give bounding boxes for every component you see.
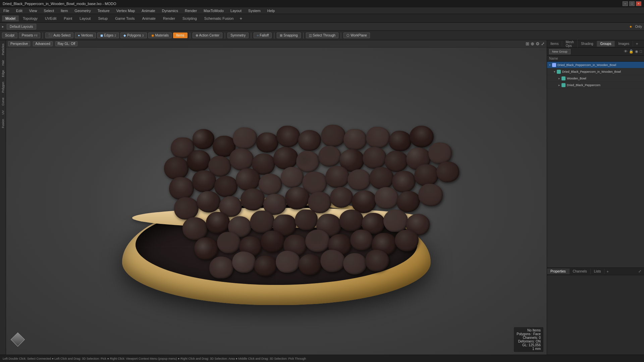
tree-lock-icon[interactable]: 🔒 [629, 49, 634, 54]
tree-render-icon[interactable]: ◉ [635, 49, 638, 54]
viewport-wrapper: Perspective Advanced Ray GL: Off ⊞ ⊕ ⚙ ⤢ [6, 40, 547, 355]
viewport-status: No Items Polygons : Face Channels: 0 Def… [514, 327, 543, 352]
tree-eye-icon[interactable]: 👁 [624, 49, 628, 54]
items-button[interactable]: Items [173, 33, 187, 38]
tab-topology[interactable]: Topology [19, 15, 41, 21]
menu-texture[interactable]: Texture [96, 8, 111, 13]
ray-gl-button[interactable]: Ray GL: Off [55, 41, 78, 46]
tab-paint[interactable]: Paint [60, 15, 75, 21]
tab-scripting[interactable]: Scripting [179, 15, 200, 21]
symmetry-button[interactable]: Symmetry [227, 33, 249, 38]
menu-view[interactable]: View [28, 8, 39, 13]
menu-maxtomodo[interactable]: MaxToModo [202, 8, 225, 13]
right-tab-images[interactable]: Images [615, 41, 633, 47]
viewport-topbar: Perspective Advanced Ray GL: Off ⊞ ⊕ ⚙ ⤢ [6, 40, 547, 48]
perspective-button[interactable]: Perspective [8, 41, 30, 46]
menu-layout[interactable]: Layout [229, 8, 243, 13]
tree-item-root[interactable]: ▾ Dried_Black_Peppercorn_in_Wooden_Bowl [547, 62, 644, 68]
edges-button[interactable]: ◼ Edges 2 [97, 33, 119, 38]
menu-help[interactable]: Help [266, 8, 276, 13]
tree-item-child3[interactable]: ▸ Dried_Black_Peppercorn [547, 82, 644, 88]
tab-game-tools[interactable]: Game Tools [112, 15, 138, 21]
menu-vertex-map[interactable]: Vertex Map [115, 8, 137, 13]
add-tab-button[interactable]: + [237, 15, 244, 22]
tree-display-icon[interactable]: □ [640, 49, 642, 54]
add-bottom-tab-button[interactable]: + [604, 268, 610, 275]
sidebar-tab-fusion[interactable]: Fusion [1, 117, 5, 130]
right-tab-mesh-ops[interactable]: Mesh Ops [562, 39, 577, 49]
status-gl: GL: 125,056 [517, 343, 541, 347]
action-center-icon: ⊕ [196, 34, 198, 37]
bottom-tab-channels[interactable]: Channels [570, 268, 591, 274]
main-area: Particles Hair Edge Polygon Curve UV Fus… [0, 40, 644, 355]
sidebar-tab-uv[interactable]: UV [1, 108, 5, 117]
menu-file[interactable]: File [2, 8, 11, 13]
menu-render[interactable]: Render [183, 8, 198, 13]
right-tab-shading[interactable]: Shading [578, 41, 597, 47]
sidebar-tab-curve[interactable]: Curve [1, 96, 5, 108]
expand-bottom-panel-button[interactable]: ⤢ [636, 268, 644, 275]
peppercorn-48 [397, 191, 420, 212]
tree-item-child1[interactable]: ▾ Dried_Black_Peppercorn_in_Wooden_Bowl [547, 68, 644, 75]
falloff-button[interactable]: ○ Falloff [254, 33, 272, 38]
peppercorn-71 [209, 256, 233, 279]
peppercorn-44 [308, 192, 331, 213]
tab-layout[interactable]: Layout [76, 15, 94, 21]
peppercorn-1 [193, 129, 214, 149]
right-tab-items[interactable]: Items [547, 41, 562, 47]
menu-edit[interactable]: Edit [15, 8, 24, 13]
sidebar-tab-hair[interactable]: Hair [1, 58, 5, 68]
menubar: File Edit View Select Item Geometry Text… [0, 7, 644, 14]
minimize-button[interactable]: – [623, 1, 628, 6]
vertices-icon: ● [78, 34, 80, 37]
tree-item-child1-label: Dried_Black_Peppercorn_in_Wooden_Bowl [562, 70, 621, 73]
add-right-tab-button[interactable]: + [633, 40, 641, 47]
tab-uvedit[interactable]: UVEdit [42, 15, 60, 21]
peppercorn-62 [217, 232, 240, 253]
tree-item-child2[interactable]: ▸ Wooden_Bowl [547, 75, 644, 82]
right-tab-groups[interactable]: Groups [597, 41, 615, 47]
close-right-panel-button[interactable]: ✕ [641, 41, 644, 47]
tab-animate[interactable]: Animate [139, 15, 159, 21]
maximize-viewport-icon[interactable]: ⤢ [541, 41, 545, 46]
peppercorn-13 [187, 150, 210, 172]
tab-model[interactable]: Model [2, 15, 19, 21]
menu-select[interactable]: Select [42, 8, 55, 13]
vertices-button[interactable]: ● Vertices [75, 33, 96, 38]
sidebar-tab-edge[interactable]: Edge [1, 68, 5, 79]
presetbar: ▸ Default Layouts ★ Only [0, 23, 644, 31]
peppercorn-12 [164, 157, 189, 179]
workplane-button[interactable]: ⬡ WorkPlane [343, 33, 370, 38]
presets-button[interactable]: Presets Fil [19, 33, 40, 38]
action-center-button[interactable]: ⊕ Action Center [193, 33, 223, 38]
zoom-icon[interactable]: ⊕ [531, 41, 534, 46]
menu-geometry[interactable]: Geometry [73, 8, 92, 13]
menu-system[interactable]: System [247, 8, 262, 13]
auto-select-icon: ⬛ [48, 34, 52, 37]
menu-dynamics[interactable]: Dynamics [161, 8, 179, 13]
sculpt-button[interactable]: Sculpt [2, 33, 17, 38]
settings-icon[interactable]: ⚙ [536, 41, 540, 46]
bottom-tab-properties[interactable]: Properties [547, 268, 570, 274]
new-group-button[interactable]: New Group [549, 49, 571, 54]
tab-schematic-fusion[interactable]: Schematic Fusion [201, 15, 237, 21]
auto-select-button[interactable]: ⬛ Auto Select [45, 33, 73, 38]
default-layouts-button[interactable]: Default Layouts [7, 24, 36, 29]
menu-animate[interactable]: Animate [140, 8, 156, 13]
maximize-button[interactable]: □ [629, 1, 635, 6]
tab-setup[interactable]: Setup [95, 15, 111, 21]
materials-button[interactable]: ◉ Materials [148, 33, 172, 38]
polygons-button[interactable]: ◆ Polygons 3 [120, 33, 147, 38]
3d-viewport[interactable]: No Items Polygons : Face Channels: 0 Def… [6, 48, 547, 355]
tab-render[interactable]: Render [160, 15, 178, 21]
advanced-button[interactable]: Advanced [33, 41, 52, 46]
grid-icon[interactable]: ⊞ [526, 41, 529, 46]
bottom-tab-lists[interactable]: Lists [591, 268, 605, 274]
snapping-button[interactable]: ⊞ Snapping [277, 33, 301, 38]
close-button[interactable]: ✕ [636, 1, 641, 6]
toolbar-separator-7 [341, 33, 341, 39]
sidebar-tab-particles[interactable]: Particles [1, 42, 5, 57]
sidebar-tab-polygon[interactable]: Polygon [1, 80, 5, 95]
menu-item[interactable]: Item [59, 8, 69, 13]
select-through-button[interactable]: ◫ Select Through [306, 33, 339, 38]
